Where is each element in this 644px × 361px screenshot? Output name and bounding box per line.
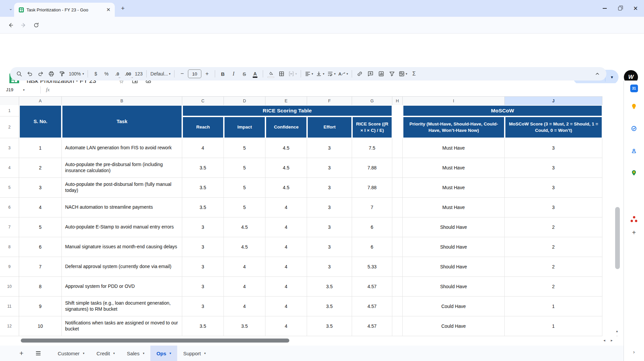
row-header-2[interactable]: 2 [0, 116, 19, 138]
group-header-rice[interactable]: RICE Scoring Table [183, 106, 392, 116]
cell-confidence[interactable]: 4 [265, 257, 307, 277]
cell-impact[interactable]: 4.5 [224, 217, 265, 237]
add-sheet-button[interactable]: + [17, 349, 26, 357]
cell-score[interactable]: 2 [505, 277, 602, 297]
new-tab-button[interactable]: + [119, 4, 127, 12]
cell-rice[interactable]: 5.33 [352, 257, 392, 277]
undo-icon[interactable] [25, 69, 35, 79]
cell-effort[interactable]: 3 [307, 178, 352, 198]
cell-blank[interactable] [392, 158, 403, 178]
horizontal-scrollbar[interactable] [21, 339, 289, 343]
cell-rice[interactable]: 7.88 [352, 158, 392, 178]
cell-rice[interactable]: 4.57 [352, 297, 392, 316]
cell-score[interactable]: 3 [505, 158, 602, 178]
column-header-I[interactable]: I [403, 97, 505, 105]
decrease-decimal-button[interactable]: .0← [112, 69, 122, 79]
cell-rice[interactable]: 7.88 [352, 178, 392, 198]
cell-score[interactable]: 2 [505, 237, 602, 257]
sheet-tab-caret-icon[interactable]: ▾ [113, 352, 115, 355]
column-header-B[interactable]: B [62, 97, 182, 105]
cell-confidence[interactable]: 4 [265, 277, 307, 297]
cell-priority[interactable]: Should Have [403, 257, 505, 277]
cell-task[interactable]: Notifications when tasks are assigned or… [62, 316, 182, 336]
name-box[interactable]: J19 ▾ [0, 87, 37, 92]
cell-confidence[interactable]: 4 [265, 297, 307, 316]
header-reach[interactable]: Reach [183, 117, 223, 138]
forward-icon[interactable] [19, 21, 28, 29]
toolbar-search-icon[interactable] [14, 69, 24, 79]
cell-priority[interactable]: Could Have [403, 297, 505, 316]
cell-score[interactable]: 3 [505, 178, 602, 198]
fill-color-button[interactable] [266, 69, 276, 79]
cell-effort[interactable]: 3 [307, 217, 352, 237]
cell-sno[interactable]: 6 [19, 237, 62, 257]
cell-sno[interactable]: 9 [19, 297, 62, 316]
cell-rice[interactable]: 6 [352, 217, 392, 237]
row-header-11[interactable]: 11 [0, 297, 19, 316]
text-color-button[interactable]: A [250, 69, 260, 79]
cell-task[interactable]: Automate LAN generation from FIS to avoi… [62, 138, 182, 158]
column-header-A[interactable]: A [19, 97, 62, 105]
header-confidence[interactable]: Confidence [266, 117, 306, 138]
cell-rice[interactable]: 4.57 [352, 277, 392, 297]
cell-reach[interactable]: 3 [182, 257, 224, 277]
borders-button[interactable] [277, 69, 287, 79]
window-close-icon[interactable]: ✕ [633, 6, 638, 11]
print-icon[interactable] [46, 69, 56, 79]
row-header-3[interactable]: 3 [0, 138, 19, 158]
text-rotation-button[interactable]: A ▾ [337, 69, 349, 79]
vertical-align-button[interactable]: ▾ [315, 69, 326, 79]
cell-task[interactable]: Auto-populate E-Stamp to avoid manual en… [62, 217, 182, 237]
sheet-tab-caret-icon[interactable]: ▾ [83, 352, 85, 355]
filter-icon[interactable] [387, 69, 397, 79]
cell-effort[interactable]: 3.5 [307, 316, 352, 336]
row-header-10[interactable]: 10 [0, 277, 19, 297]
cell-sno[interactable]: 4 [19, 198, 62, 217]
cell-effort[interactable]: 3.5 [307, 277, 352, 297]
cell-priority[interactable]: Must Have [403, 198, 505, 217]
cell-sno[interactable]: 10 [19, 316, 62, 336]
cell-priority[interactable]: Should Have [403, 277, 505, 297]
header-moscow-score[interactable]: MoSCoW Score (3 = Must, 2 = Should, 1 = … [505, 117, 602, 138]
horizontal-align-button[interactable]: ▾ [304, 69, 314, 79]
row-header-9[interactable]: 9 [0, 257, 19, 277]
calendar-icon[interactable]: 31 [629, 83, 639, 93]
increase-font-size-button[interactable]: + [202, 69, 212, 79]
sheet-tab-caret-icon[interactable]: ▾ [143, 352, 145, 355]
cell-score[interactable]: 3 [505, 138, 602, 158]
cell-task[interactable]: Shift simple tasks (e.g., loan document … [62, 297, 182, 316]
cell-effort[interactable]: 3 [307, 237, 352, 257]
header-sno[interactable]: S. No. [20, 106, 61, 138]
row-header-7[interactable]: 7 [0, 217, 19, 237]
row-header-6[interactable]: 6 [0, 198, 19, 217]
cell-confidence[interactable]: 4 [265, 198, 307, 217]
row-header-8[interactable]: 8 [0, 237, 19, 257]
cell-blank[interactable] [392, 277, 403, 297]
font-size-input[interactable]: 10 [188, 69, 201, 78]
browser-tab[interactable]: Task Prioritization - FY 23 - Goo ✕ [14, 3, 115, 17]
bold-button[interactable]: B [218, 69, 228, 79]
cell-score[interactable]: 1 [505, 297, 602, 316]
cell-task[interactable]: NACH automation to streamline payments [62, 198, 182, 217]
cell-sno[interactable]: 1 [19, 138, 62, 158]
cell-sno[interactable]: 5 [19, 217, 62, 237]
scroll-up-icon[interactable]: ▲ [615, 329, 618, 333]
font-style-select[interactable]: Defaul... ▾ [149, 69, 171, 79]
cell-effort[interactable]: 3 [307, 138, 352, 158]
back-icon[interactable] [7, 21, 15, 29]
row-header-12[interactable]: 12 [0, 316, 19, 336]
marker-dots-icon[interactable] [629, 214, 639, 224]
cell-priority[interactable]: Could Have [403, 316, 505, 336]
cell-sno[interactable]: 3 [19, 178, 62, 198]
cell-rice[interactable]: 6 [352, 237, 392, 257]
cell-reach[interactable]: 3.5 [182, 198, 224, 217]
header-task[interactable]: Task [62, 106, 182, 138]
window-minimize-icon[interactable] [603, 8, 607, 9]
insert-chart-icon[interactable] [376, 69, 386, 79]
vertical-scrollbar[interactable] [615, 207, 620, 269]
cell-task[interactable]: Manual signature issues at month-end cau… [62, 237, 182, 257]
cell-reach[interactable]: 3 [182, 297, 224, 316]
sheet-tab-caret-icon[interactable]: ▾ [169, 352, 171, 355]
cell-blank[interactable] [392, 297, 403, 316]
tab-close-icon[interactable]: ✕ [105, 7, 111, 13]
